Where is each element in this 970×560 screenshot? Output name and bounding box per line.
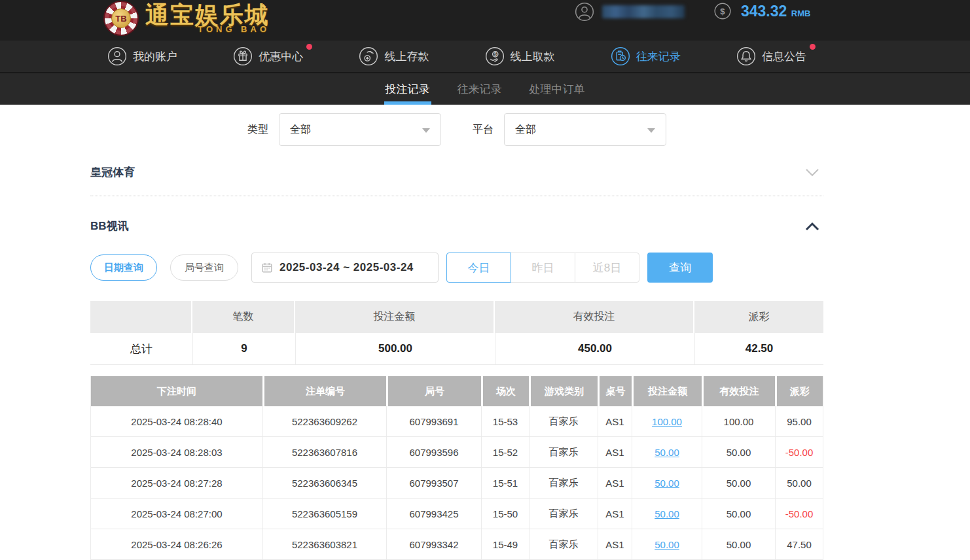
nav-label: 我的账户: [133, 49, 177, 64]
col-session: 场次: [481, 376, 529, 406]
round-no-cell: 607993596: [386, 437, 481, 468]
tab-label: 投注记录: [386, 82, 430, 97]
game-type-cell: 百家乐: [529, 468, 598, 499]
table-row: 2025-03-24 08:28:40 522363609262 6079936…: [91, 406, 823, 437]
type-select-value: 全部: [290, 123, 311, 137]
summary-header-valid-bet: 有效投注: [495, 301, 693, 333]
platform-filter-group: 平台 全部: [473, 113, 666, 146]
tab-betting-records[interactable]: 投注记录: [384, 73, 431, 105]
nav-label: 信息公告: [762, 49, 806, 64]
bet-amount-link[interactable]: 50.00: [655, 539, 679, 550]
nav-item-online-deposit[interactable]: 线上存款: [359, 46, 429, 66]
balance-currency: RMB: [791, 9, 811, 18]
date-range-value: 2025-03-24 ~ 2025-03-24: [279, 261, 414, 274]
nav-label: 往来记录: [636, 49, 681, 64]
table-row: 2025-03-24 08:28:03 522363607816 6079935…: [91, 437, 823, 468]
game-type-cell: 百家乐: [529, 437, 598, 468]
chevron-up-icon[interactable]: [805, 222, 823, 231]
wallet-balance[interactable]: $ 343.32 RMB: [713, 2, 810, 20]
section-title: 皇冠体育: [90, 165, 135, 180]
bell-icon: [736, 46, 756, 66]
summary-header-empty: [90, 301, 191, 333]
top-bar: TB 通宝娱乐城 TONG BAO $: [0, 0, 970, 41]
bet-time-cell: 2025-03-24 08:27:28: [91, 468, 262, 499]
site-logo[interactable]: TB 通宝娱乐城 TONG BAO: [103, 1, 270, 36]
bet-amount-link[interactable]: 50.00: [655, 447, 679, 458]
yesterday-button[interactable]: 昨日: [511, 253, 575, 283]
user-icon: [107, 46, 127, 66]
table-row: 2025-03-24 08:26:26 522363603821 6079933…: [91, 529, 823, 560]
nav-item-promotions[interactable]: 优惠中心: [233, 46, 303, 66]
col-table-no: 桌号: [598, 376, 632, 406]
summary-header-count: 笔数: [192, 301, 294, 333]
payout-cell: 47.50: [775, 529, 823, 560]
bet-amount-link[interactable]: 100.00: [652, 416, 682, 427]
date-query-toggle[interactable]: 日期查询: [90, 254, 157, 281]
records-tab-bar: 投注记录 往来记录 处理中订单: [0, 73, 970, 105]
notification-badge: [810, 44, 816, 50]
bet-time-cell: 2025-03-24 08:28:03: [91, 437, 262, 468]
summary-header-payout: 派彩: [694, 301, 823, 333]
nav-item-my-account[interactable]: 我的账户: [107, 46, 177, 66]
type-filter-group: 类型 全部: [247, 113, 441, 146]
tab-transaction-records[interactable]: 往来记录: [456, 73, 503, 105]
last-8-days-button[interactable]: 近8日: [575, 253, 639, 283]
session-cell: 15-51: [481, 468, 529, 499]
session-cell: 15-53: [481, 406, 529, 437]
deposit-icon: [359, 46, 378, 66]
summary-table: 笔数 投注金额 有效投注 派彩 总计 9 500.00 450.00 42.50: [90, 301, 823, 365]
records-icon: [611, 46, 630, 66]
valid-bet-cell: 50.00: [702, 468, 775, 499]
order-id-cell: 522363605159: [262, 499, 386, 529]
session-cell: 15-50: [481, 499, 529, 529]
nav-item-transaction-records[interactable]: 往来记录: [611, 46, 681, 66]
calendar-icon: [261, 262, 273, 273]
quick-date-buttons: 今日 昨日 近8日: [446, 253, 639, 283]
bet-amount-link[interactable]: 50.00: [655, 478, 679, 489]
date-range-input[interactable]: 2025-03-24 ~ 2025-03-24: [251, 253, 439, 283]
summary-valid-bet-value: 450.00: [495, 333, 694, 365]
chevron-down-icon[interactable]: [805, 168, 823, 177]
table-no-cell: AS1: [598, 529, 632, 560]
round-query-toggle[interactable]: 局号查询: [170, 254, 238, 281]
table-row: 2025-03-24 08:27:28 522363606345 6079935…: [91, 468, 823, 499]
section-bb-video[interactable]: BB视讯: [90, 219, 823, 234]
bet-time-cell: 2025-03-24 08:28:40: [91, 406, 262, 437]
summary-header-row: 笔数 投注金额 有效投注 派彩: [90, 301, 823, 333]
table-no-cell: AS1: [598, 406, 632, 437]
round-no-cell: 607993342: [386, 529, 481, 560]
valid-bet-cell: 50.00: [702, 529, 775, 560]
col-valid-bet: 有效投注: [702, 376, 775, 406]
section-crown-sports[interactable]: 皇冠体育: [90, 165, 823, 196]
today-button[interactable]: 今日: [446, 253, 511, 283]
nav-item-online-withdrawal[interactable]: $ 线上取款: [485, 46, 555, 66]
nav-label: 线上取款: [511, 49, 555, 64]
betting-records-table: 下注时间 注单编号 局号 场次 游戏类别 桌号 投注金额 有效投注 派彩 202…: [90, 376, 823, 560]
order-id-cell: 522363603821: [262, 529, 386, 560]
table-no-cell: AS1: [598, 437, 632, 468]
col-order-id: 注单编号: [262, 376, 386, 406]
platform-select-value: 全部: [515, 123, 536, 137]
summary-bet-amount-value: 500.00: [295, 333, 495, 365]
table-no-cell: AS1: [598, 499, 632, 529]
user-account-summary[interactable]: [575, 2, 685, 22]
valid-bet-cell: 50.00: [702, 437, 775, 468]
type-select[interactable]: 全部: [279, 113, 441, 146]
search-button[interactable]: 查询: [647, 253, 713, 283]
session-cell: 15-52: [481, 437, 529, 468]
section-title: BB视讯: [90, 219, 129, 234]
nav-label: 线上存款: [384, 49, 429, 64]
order-id-cell: 522363609262: [262, 406, 386, 437]
col-round-no: 局号: [386, 376, 481, 406]
main-content: 类型 全部 平台 全部 皇冠体育 BB视讯: [90, 113, 823, 560]
platform-select[interactable]: 全部: [504, 113, 666, 146]
bet-amount-link[interactable]: 50.00: [655, 508, 679, 519]
valid-bet-cell: 50.00: [702, 499, 775, 529]
nav-item-announcements[interactable]: 信息公告: [736, 46, 806, 66]
game-type-cell: 百家乐: [529, 529, 598, 560]
tab-processing-orders[interactable]: 处理中订单: [528, 73, 586, 105]
chevron-down-icon: [647, 128, 655, 133]
poker-chip-logo-icon: TB: [103, 1, 139, 36]
col-bet-amount: 投注金额: [632, 376, 702, 406]
table-no-cell: AS1: [598, 468, 632, 499]
